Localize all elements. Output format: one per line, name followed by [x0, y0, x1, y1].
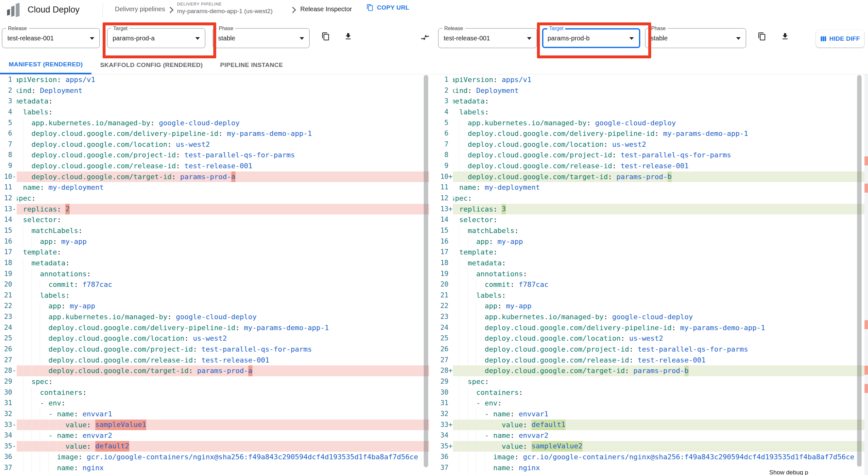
diff-row: 19 annotations:	[0, 269, 429, 279]
diff-overview-ruler[interactable]	[865, 74, 868, 475]
download-icon	[781, 32, 789, 41]
tab-pipeline-instance[interactable]: PIPELINE INSTANCE	[211, 56, 291, 74]
diff-row: 21 labels:	[0, 290, 429, 301]
diff-row: 15 matchLabels:	[0, 225, 429, 236]
download-manifest-button-left[interactable]	[344, 32, 352, 42]
diff-row: 35- value: default2	[0, 441, 429, 452]
code-lines: 1apiVersion: apps/v12kind: Deployment3me…	[0, 74, 429, 475]
copy-icon	[321, 32, 330, 41]
download-icon	[344, 32, 352, 41]
diff-row: 4 labels:	[0, 107, 429, 117]
dropdown-arrow-icon	[629, 37, 634, 40]
diff-row: 7 deploy.cloud.google.com/location: us-w…	[0, 139, 429, 150]
download-manifest-button-right[interactable]	[781, 32, 789, 42]
diff-row: 18 metadata:	[432, 258, 865, 269]
dropdown-arrow-icon	[90, 37, 94, 40]
diff-row: 1apiVersion: apps/v1	[0, 74, 429, 85]
tab-manifest-rendered[interactable]: MANIFEST (RENDERED)	[0, 56, 91, 74]
diff-row: 20 commit: f787cac	[0, 279, 429, 290]
tab-bar: MANIFEST (RENDERED) SKAFFOLD CONFIG (REN…	[0, 56, 868, 74]
diff-toolbar: Release test-release-001 Target params-p…	[0, 20, 868, 56]
diff-row: 37 name: nginx	[0, 463, 429, 473]
diff-row: 27 deploy.cloud.google.com/release-id: t…	[432, 355, 865, 366]
diff-row: 32 - name: envvar1	[0, 409, 429, 419]
phase-select-right[interactable]: Phase stable	[645, 28, 746, 48]
diff-row: 1apiVersion: apps/v1	[432, 74, 865, 85]
diff-row: 2kind: Deployment	[432, 85, 865, 96]
diff-row: 5 app.kubernetes.io/managed-by: google-c…	[0, 117, 429, 129]
diff-row: 3metadata:	[432, 96, 865, 107]
diff-row: 11 name: my-deployment	[432, 182, 865, 193]
dropdown-arrow-icon	[195, 37, 200, 40]
diff-row: 25 deploy.cloud.google.com/location: us-…	[432, 333, 865, 344]
diff-row: 23 app.kubernetes.io/managed-by: google-…	[0, 311, 429, 323]
diff-row: 23 app.kubernetes.io/managed-by: google-…	[432, 311, 865, 323]
diff-row: 29 spec:	[432, 376, 865, 387]
manifest-panel-left: 1apiVersion: apps/v12kind: Deployment3me…	[0, 74, 429, 475]
release-select-right[interactable]: Release test-release-001	[438, 28, 537, 48]
diff-row: 24 deploy.cloud.google.com/delivery-pipe…	[432, 323, 865, 333]
diff-row: 25 deploy.cloud.google.com/location: us-…	[0, 333, 429, 344]
target-select-left[interactable]: Target params-prod-a	[107, 28, 205, 48]
pipeline-name: my-params-demo-app-1 (us-west2)	[177, 8, 273, 14]
diff-change-marker	[865, 384, 868, 393]
diff-row: 30 containers:	[0, 387, 429, 398]
diff-row: 21 labels:	[432, 290, 865, 301]
diff-row: 8 deploy.cloud.google.com/project-id: te…	[0, 150, 429, 161]
hide-diff-button[interactable]: HIDE DIFF	[816, 30, 864, 47]
diff-row: 34 - name: envvar2	[0, 430, 429, 441]
header-divider	[103, 3, 103, 17]
diff-row: 24 deploy.cloud.google.com/delivery-pipe…	[0, 323, 429, 333]
product-title: Cloud Deploy	[28, 5, 80, 15]
compare-arrows-icon	[420, 33, 430, 42]
phase-select-left[interactable]: Phase stable	[213, 28, 310, 48]
copy-manifest-button-left[interactable]	[321, 32, 330, 42]
diff-row: 4 labels:	[432, 107, 865, 117]
diff-row: 10+ deploy.cloud.google.com/target-id: p…	[432, 171, 865, 182]
diff-row: 11 name: my-deployment	[0, 182, 429, 193]
copy-url-button[interactable]: COPY URL	[366, 4, 409, 11]
diff-change-marker	[865, 366, 868, 375]
diff-row: 12spec:	[0, 193, 429, 204]
diff-row: 38	[0, 473, 429, 475]
diff-row: 33+ value: default1	[432, 419, 865, 431]
diff-row: 3metadata:	[0, 96, 429, 107]
app-header: Cloud Deploy Delivery pipelines DELIVERY…	[0, 0, 868, 20]
copy-icon	[366, 4, 374, 11]
diff-row: 31 - env:	[432, 398, 865, 409]
diff-row: 8 deploy.cloud.google.com/project-id: te…	[432, 150, 865, 161]
diff-row: 29 spec:	[0, 376, 429, 387]
pipeline-eyebrow: DELIVERY PIPELINE	[177, 2, 273, 6]
copy-icon	[758, 32, 766, 41]
breadcrumb-delivery-pipelines[interactable]: Delivery pipelines	[115, 5, 165, 13]
diff-row: 16 app: my-app	[0, 236, 429, 247]
diff-row: 14 selector:	[0, 214, 429, 225]
target-select-right[interactable]: Target params-prod-b	[542, 28, 640, 48]
chevron-right-icon	[167, 7, 174, 13]
diff-row: 13+ replicas: 3	[432, 204, 865, 215]
tab-skaffold-config-rendered[interactable]: SKAFFOLD CONFIG (RENDERED)	[91, 56, 211, 74]
release-select-left[interactable]: Release test-release-001	[2, 28, 100, 48]
code-lines: 1apiVersion: apps/v12kind: Deployment3me…	[432, 74, 865, 475]
dropdown-arrow-icon	[300, 37, 304, 40]
scrollbar-thumb-right[interactable]	[857, 75, 862, 467]
diff-row: 10- deploy.cloud.google.com/target-id: p…	[0, 171, 429, 182]
diff-row: 36 image: gcr.io/google-containers/nginx…	[432, 451, 865, 463]
copy-manifest-button-right[interactable]	[758, 32, 766, 42]
diff-row: 28- deploy.cloud.google.com/target-id: p…	[0, 365, 429, 376]
diff-row: 7 deploy.cloud.google.com/location: us-w…	[432, 139, 865, 150]
diff-row: 6 deploy.cloud.google.com/delivery-pipel…	[432, 128, 865, 139]
diff-row: 28+ deploy.cloud.google.com/target-id: p…	[432, 365, 865, 376]
show-debug-panel-toggle[interactable]: Show debug p	[769, 469, 808, 475]
scrollbar-thumb-left[interactable]	[424, 75, 428, 467]
swap-targets-button[interactable]	[420, 33, 430, 43]
diff-row: 22 app: my-app	[0, 301, 429, 311]
diff-row: 2kind: Deployment	[0, 85, 429, 96]
diff-row: 16 app: my-app	[432, 236, 865, 247]
diff-row: 9 deploy.cloud.google.com/release-id: te…	[0, 161, 429, 171]
breadcrumb-release-inspector: Release Inspector	[300, 5, 352, 13]
dropdown-arrow-icon	[527, 37, 531, 40]
diff-change-marker	[865, 184, 868, 193]
manifest-panel-right: 1apiVersion: apps/v12kind: Deployment3me…	[432, 74, 865, 475]
diff-row: 27 deploy.cloud.google.com/release-id: t…	[0, 355, 429, 366]
